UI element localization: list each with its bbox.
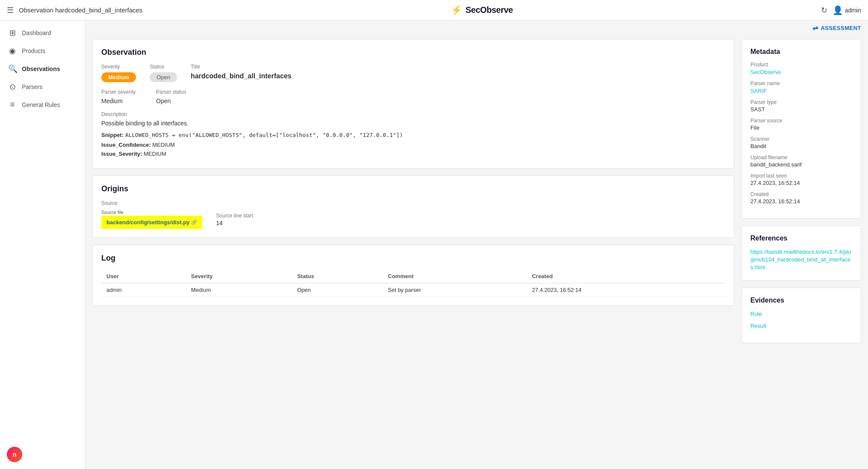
sidebar-item-general-rules[interactable]: ≡ General Rules xyxy=(0,96,85,113)
description-label: Description xyxy=(101,111,726,117)
user-icon: 👤 xyxy=(833,5,843,15)
log-user: admin xyxy=(101,283,186,297)
issue-confidence-label: Issue_Confidence: xyxy=(101,142,151,148)
logo-icon: ⚡ xyxy=(451,5,462,16)
parser-source-value: File xyxy=(750,125,852,131)
assessment-icon: ⇌ xyxy=(812,24,818,32)
severity-badge: Medium xyxy=(101,72,136,82)
status-label: Status xyxy=(150,64,177,70)
log-created: 27.4.2023, 16:52:14 xyxy=(527,283,726,297)
parser-source-label: Parser source xyxy=(750,118,852,124)
issue-confidence-value: MEDIUM xyxy=(152,142,175,148)
parser-name-link[interactable]: SARIF xyxy=(750,88,767,94)
metadata-section: Metadata Product SecObserve Parser name … xyxy=(741,39,861,219)
sidebar-item-products[interactable]: ◉ Products xyxy=(0,42,85,60)
meta-parser-name: Parser name SARIF xyxy=(750,80,852,94)
log-section-title: Log xyxy=(101,254,726,263)
sidebar: ⊞ Dashboard ◉ Products 🔍 Observations ⊙ … xyxy=(0,21,86,469)
dashboard-icon: ⊞ xyxy=(8,28,17,38)
description-text: Possible binding to all interfaces. xyxy=(101,120,726,127)
parser-status-value: Open xyxy=(156,98,186,104)
parser-severity-value: Medium xyxy=(101,98,136,104)
table-row: admin Medium Open Set by parser 27.4.202… xyxy=(101,283,726,297)
reference-link[interactable]: https://bandit.readthedocs.io/en/1.7.4/p… xyxy=(750,249,851,270)
meta-upload-filename: Upload filename bandit_backend.sarif xyxy=(750,154,852,168)
user-name: admin xyxy=(845,7,861,14)
description-section: Description Possible binding to all inte… xyxy=(101,111,726,127)
logo-text: SecObserve xyxy=(466,5,513,15)
log-card: Log User Severity Status Comment Created xyxy=(92,245,735,306)
sidebar-item-dashboard[interactable]: ⊞ Dashboard xyxy=(0,24,85,42)
meta-product: Product SecObserve xyxy=(750,62,852,75)
sidebar-item-parsers[interactable]: ⊙ Parsers xyxy=(0,78,85,96)
main-content: Observation Severity Medium Status Open … xyxy=(86,32,868,469)
log-col-created: Created xyxy=(527,270,726,283)
assessment-bar: ⇌ ASSESSMENT xyxy=(86,21,868,32)
avatar: n xyxy=(7,447,22,462)
refresh-icon[interactable]: ↻ xyxy=(821,6,827,15)
layout: ⊞ Dashboard ◉ Products 🔍 Observations ⊙ … xyxy=(0,21,868,469)
rule-link[interactable]: Rule xyxy=(750,311,762,317)
created-label: Created xyxy=(750,191,852,197)
title-field: Title hardcoded_bind_all_interfaces xyxy=(191,64,292,80)
import-last-seen-value: 27.4.2023, 16:52:14 xyxy=(750,180,852,186)
issue-severity-label: Issue_Severity: xyxy=(101,151,142,157)
parser-status-field: Parser status Open xyxy=(156,89,186,104)
result-link[interactable]: Result xyxy=(750,323,766,329)
evidences-section: Evidences Rule Result xyxy=(741,288,861,343)
meta-scanner: Scanner Bandit xyxy=(750,136,852,149)
snippet-label: Snippet: xyxy=(101,132,124,138)
severity-label: Severity xyxy=(101,64,136,70)
sidebar-item-label-parsers: Parsers xyxy=(22,83,42,90)
status-badge: Open xyxy=(150,72,177,82)
created-value: 27.4.2023, 16:52:14 xyxy=(750,198,852,205)
product-link[interactable]: SecObserve xyxy=(750,69,781,75)
source-file-box: backend/config/settings/dist.py 🔗 xyxy=(101,216,202,229)
meta-parser-source: Parser source File xyxy=(750,118,852,131)
import-last-seen-label: Import last seen xyxy=(750,173,852,179)
user-menu[interactable]: 👤 admin xyxy=(833,5,861,15)
source-file-value: backend/config/settings/dist.py xyxy=(106,219,189,226)
assessment-label: ASSESSMENT xyxy=(821,25,861,31)
sidebar-bottom: n xyxy=(0,440,85,469)
obs-title-value: hardcoded_bind_all_interfaces xyxy=(191,72,292,80)
source-line-start-value: 14 xyxy=(216,220,253,226)
observation-card: Observation Severity Medium Status Open … xyxy=(92,39,735,169)
status-field: Status Open xyxy=(150,64,177,82)
sidebar-item-label-observations: Observations xyxy=(22,65,60,72)
evidences-result: Result xyxy=(750,322,852,329)
parser-name-label: Parser name xyxy=(750,80,852,86)
observation-section-title: Observation xyxy=(101,48,726,57)
sidebar-item-label-dashboard: Dashboard xyxy=(22,30,51,36)
sidebar-item-observations[interactable]: 🔍 Observations xyxy=(0,60,85,78)
log-col-comment: Comment xyxy=(383,270,527,283)
snippet-line: Snippet: ALLOWED_HOSTS = env("ALLOWED_HO… xyxy=(101,132,726,138)
issue-severity-value: MEDIUM xyxy=(144,151,166,157)
severity-field: Severity Medium xyxy=(101,64,136,82)
products-icon: ◉ xyxy=(8,46,17,56)
sidebar-item-label-products: Products xyxy=(22,47,45,54)
general-rules-icon: ≡ xyxy=(8,100,17,109)
parser-row: Parser severity Medium Parser status Ope… xyxy=(101,89,726,104)
parser-status-label: Parser status xyxy=(156,89,186,95)
log-col-severity: Severity xyxy=(186,270,292,283)
origins-source-label: Source xyxy=(101,200,726,206)
parser-severity-label: Parser severity xyxy=(101,89,136,95)
obs-title-label: Title xyxy=(191,64,292,70)
references-section: References https://bandit.readthedocs.io… xyxy=(741,226,861,281)
topbar-center: ⚡ SecObserve xyxy=(142,5,821,16)
upload-filename-label: Upload filename xyxy=(750,154,852,160)
page-title: Observation hardcoded_bind_all_interface… xyxy=(19,6,142,14)
right-panel: Metadata Product SecObserve Parser name … xyxy=(741,39,861,462)
log-severity: Medium xyxy=(186,283,292,297)
log-comment: Set by parser xyxy=(383,283,527,297)
log-table: User Severity Status Comment Created adm… xyxy=(101,270,726,297)
source-file-link[interactable]: backend/config/settings/dist.py 🔗 xyxy=(106,219,197,226)
source-line-start: Source line start 14 xyxy=(216,213,253,226)
menu-icon[interactable]: ☰ xyxy=(7,6,14,15)
observations-icon: 🔍 xyxy=(8,64,17,74)
product-label: Product xyxy=(750,62,852,68)
topbar-right: ↻ 👤 admin xyxy=(821,5,861,15)
assessment-button[interactable]: ⇌ ASSESSMENT xyxy=(812,24,861,32)
parsers-icon: ⊙ xyxy=(8,82,17,92)
